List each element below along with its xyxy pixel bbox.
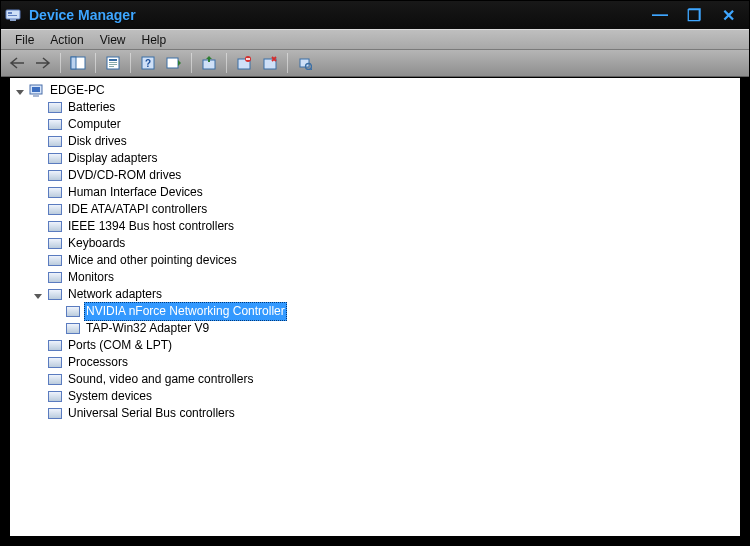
scan-hardware-button[interactable] [293,52,317,74]
svg-rect-17 [246,58,250,60]
tree-node-label: NVIDIA nForce Networking Controller [84,302,287,321]
tree-node-label: Keyboards [66,235,127,252]
network-icon [47,287,63,303]
tree-node-label: Processors [66,354,130,371]
monitor-icon [47,270,63,286]
tree-node[interactable]: Display adapters [32,150,738,167]
toolbar-separator [60,53,61,73]
menu-view[interactable]: View [92,31,134,49]
computer-icon [47,117,63,133]
tree-node[interactable]: Mice and other pointing devices [32,252,738,269]
keyboard-icon [47,236,63,252]
tree-node[interactable]: NVIDIA nForce Networking Controller [50,303,738,320]
svg-rect-18 [264,59,276,69]
svg-rect-22 [32,87,40,92]
help-button[interactable]: ? [136,52,160,74]
firewire-icon [47,219,63,235]
expand-icon [32,238,44,250]
expand-icon [32,170,44,182]
nic-icon [65,321,81,337]
tree-node-label: Display adapters [66,150,159,167]
menu-action[interactable]: Action [42,31,91,49]
expand-icon [32,272,44,284]
titlebar[interactable]: Device Manager — ❐ ✕ [1,1,749,29]
tree-node[interactable]: Disk drives [32,133,738,150]
device-tree-pane[interactable]: EDGE-PCBatteriesComputerDisk drivesDispl… [9,77,741,537]
nav-back-button[interactable] [5,52,29,74]
close-button[interactable]: ✕ [717,6,739,24]
maximize-button[interactable]: ❐ [683,6,705,24]
expand-icon [32,340,44,352]
properties-button[interactable] [101,52,125,74]
collapse-icon[interactable] [14,85,26,97]
expand-icon [32,102,44,114]
tree-node[interactable]: IEEE 1394 Bus host controllers [32,218,738,235]
tree-node-label: System devices [66,388,154,405]
tree-node[interactable]: System devices [32,388,738,405]
menu-file[interactable]: File [7,31,42,49]
nav-forward-button[interactable] [31,52,55,74]
expand-icon [50,306,62,318]
tree-node-label: Network adapters [66,286,164,303]
tree-node[interactable]: Sound, video and game controllers [32,371,738,388]
tree-node[interactable]: DVD/CD-ROM drives [32,167,738,184]
tree-node[interactable]: Computer [32,116,738,133]
tree-node-label: IDE ATA/ATAPI controllers [66,201,209,218]
collapse-icon[interactable] [32,289,44,301]
tree-node[interactable]: Processors [32,354,738,371]
tree-node[interactable]: IDE ATA/ATAPI controllers [32,201,738,218]
arrow-left-icon [9,57,25,69]
properties-icon [106,56,120,70]
show-hide-tree-button[interactable] [66,52,90,74]
disk-icon [47,134,63,150]
tree-node-label: Monitors [66,269,116,286]
display-icon [47,151,63,167]
sound-icon [47,372,63,388]
tree-node[interactable]: Ports (COM & LPT) [32,337,738,354]
update-driver-button[interactable] [197,52,221,74]
tree-node[interactable]: TAP-Win32 Adapter V9 [50,320,738,337]
tree-node-label: Universal Serial Bus controllers [66,405,237,422]
tree-node[interactable]: Batteries [32,99,738,116]
tree-node[interactable]: Universal Serial Bus controllers [32,405,738,422]
expand-icon [32,408,44,420]
uninstall-button[interactable] [232,52,256,74]
menu-help[interactable]: Help [134,31,175,49]
tree-node-label: Human Interface Devices [66,184,205,201]
tree-node[interactable]: Keyboards [32,235,738,252]
toolbar-separator [95,53,96,73]
disable-button[interactable] [258,52,282,74]
svg-rect-3 [10,19,16,21]
uninstall-icon [237,56,251,70]
tree-node[interactable]: Network adapters [32,286,738,303]
cpu-icon [47,355,63,371]
expand-icon [32,187,44,199]
tree-node-label: Batteries [66,99,117,116]
svg-rect-8 [109,62,117,63]
svg-rect-2 [8,15,17,16]
arrow-right-icon [35,57,51,69]
expand-icon [32,357,44,369]
expand-icon [50,323,62,335]
action-icon [166,56,182,70]
tree-node-label: Computer [66,116,123,133]
hid-icon [47,185,63,201]
toolbar-separator [130,53,131,73]
device-manager-window: Device Manager — ❐ ✕ File Action View He… [0,0,750,546]
minimize-button[interactable]: — [649,6,671,24]
svg-rect-13 [167,58,178,68]
tree-node-label: Ports (COM & LPT) [66,337,174,354]
tree-node[interactable]: EDGE-PC [14,82,738,99]
ide-icon [47,202,63,218]
action-button[interactable] [162,52,186,74]
svg-rect-5 [71,57,76,69]
expand-icon [32,255,44,267]
system-icon [47,389,63,405]
tree-node[interactable]: Human Interface Devices [32,184,738,201]
window-controls: — ❐ ✕ [649,6,745,24]
expand-icon [32,204,44,216]
tree-node-label: Sound, video and game controllers [66,371,255,388]
window-title: Device Manager [29,7,649,23]
tree-node[interactable]: Monitors [32,269,738,286]
svg-rect-9 [109,64,117,65]
